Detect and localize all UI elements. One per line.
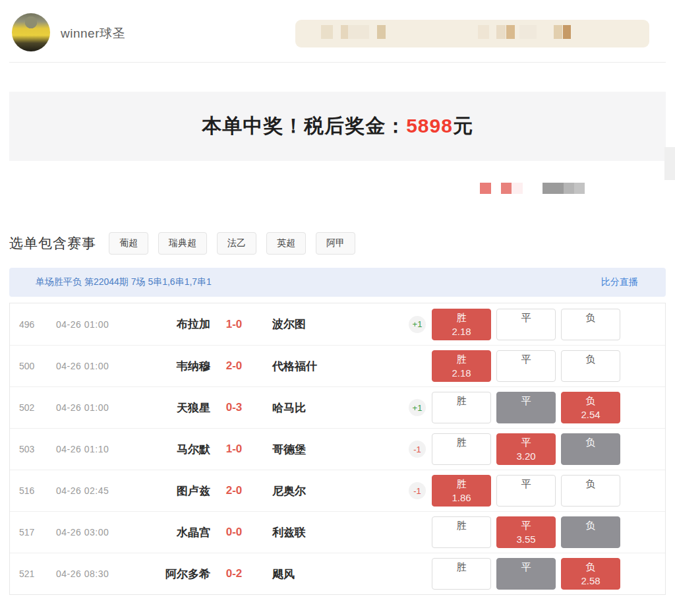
bet-option-label: 胜	[457, 353, 467, 366]
match-time: 04-26 01:00	[56, 319, 139, 330]
bet-info-text: 单场胜平负 第22044期 7场 5串1,6串1,7串1	[36, 276, 212, 288]
bet-option-draw[interactable]: 平3.20	[496, 433, 556, 465]
away-team: 利兹联	[258, 525, 403, 540]
bet-option-label: 胜	[457, 394, 467, 408]
bet-option-lose[interactable]: 负	[561, 433, 620, 465]
league-tag-ruidianchao[interactable]: 瑞典超	[158, 232, 207, 255]
bet-option-win[interactable]: 胜1.86	[432, 475, 491, 507]
table-row: 500 04-26 01:00 韦纳穆 2-0 代格福什 胜2.18 平 负	[10, 345, 665, 386]
bet-option-label: 负	[586, 311, 596, 324]
bet-option-odds: 2.18	[452, 367, 471, 379]
table-row: 496 04-26 01:00 布拉加 1-0 波尔图 +1 胜2.18 平 负	[10, 303, 665, 345]
home-team: 布拉加	[139, 317, 210, 332]
live-score-link[interactable]: 比分直播	[601, 276, 638, 288]
bet-option-label: 平	[521, 394, 531, 408]
home-team: 图卢兹	[139, 483, 210, 499]
match-time: 04-26 01:00	[56, 402, 139, 413]
match-score: 2-0	[210, 359, 258, 373]
handicap-badge: +1	[409, 316, 426, 333]
match-score: 0-2	[210, 567, 258, 580]
section-title: 选单包含赛事	[9, 234, 96, 253]
user-avatar[interactable]	[12, 13, 50, 51]
league-tag-yingchao[interactable]: 英超	[266, 232, 306, 255]
bet-option-lose[interactable]: 负	[561, 309, 620, 340]
winning-amount: 5898	[406, 115, 453, 137]
bet-option-draw[interactable]: 平	[496, 558, 556, 590]
bet-option-odds: 3.20	[516, 450, 535, 462]
redacted-gray-block	[564, 183, 574, 194]
match-score: 0-3	[210, 401, 258, 414]
match-id: 503	[10, 444, 56, 454]
winning-banner: 本单中奖！税后奖金：5898元	[9, 92, 666, 161]
bet-options: 胜2.18 平 负	[432, 350, 620, 382]
handicap-badge: -1	[409, 441, 426, 458]
table-row: 521 04-26 08:30 阿尔多希 0-2 飓风 胜 平 负2.58	[10, 553, 665, 594]
bet-slip-page: winner球圣 本单中奖！税后奖金：5898元 选单包含赛事 葡超 瑞典超 法…	[0, 0, 675, 616]
away-team: 尼奥尔	[258, 483, 403, 499]
redacted-gray-block	[543, 183, 564, 194]
match-id: 496	[10, 319, 56, 330]
bet-options: 胜1.86 平 负	[432, 475, 620, 507]
table-row: 502 04-26 01:00 天狼星 0-3 哈马比 +1 胜 平 负2.54	[10, 386, 665, 428]
match-table: 496 04-26 01:00 布拉加 1-0 波尔图 +1 胜2.18 平 负…	[9, 303, 666, 595]
away-team: 哈马比	[258, 400, 403, 416]
away-team: 代格福什	[258, 359, 403, 374]
match-id: 502	[10, 402, 56, 413]
bet-option-lose[interactable]: 负2.54	[561, 392, 620, 423]
league-tag-puchao[interactable]: 葡超	[109, 232, 148, 255]
bet-option-label: 胜	[457, 477, 467, 491]
bet-option-draw[interactable]: 平3.55	[496, 516, 556, 548]
page-header: winner球圣	[0, 0, 675, 62]
bet-option-odds: 2.18	[452, 325, 471, 338]
bet-option-win[interactable]: 胜	[432, 558, 491, 590]
home-team: 马尔默	[139, 442, 210, 457]
match-time: 04-26 02:45	[56, 485, 139, 496]
bet-option-draw[interactable]: 平	[496, 475, 556, 507]
bet-option-lose[interactable]: 负2.58	[561, 558, 620, 590]
bet-option-odds: 1.86	[452, 491, 471, 504]
section-header: 选单包含赛事 葡超 瑞典超 法乙 英超 阿甲	[9, 231, 666, 255]
header-divider	[9, 62, 666, 63]
bet-option-label: 平	[521, 519, 531, 532]
league-tag-ajia[interactable]: 阿甲	[316, 232, 355, 255]
away-team: 哥德堡	[258, 442, 403, 457]
match-id: 521	[10, 569, 56, 579]
bet-option-draw[interactable]: 平	[496, 392, 556, 423]
redacted-edge-strip	[664, 147, 675, 180]
bet-option-lose[interactable]: 负	[561, 475, 620, 507]
bet-option-label: 胜	[457, 436, 467, 449]
redacted-red-block	[480, 183, 491, 194]
bet-option-lose[interactable]: 负	[561, 350, 620, 382]
match-score: 1-0	[210, 318, 258, 331]
bet-option-label: 负	[586, 436, 596, 449]
table-row: 517 04-26 03:00 水晶宫 0-0 利兹联 胜 平3.55 负	[10, 511, 665, 553]
away-team: 飓风	[258, 567, 403, 582]
away-team: 波尔图	[258, 317, 403, 332]
bet-option-label: 胜	[457, 311, 467, 324]
bet-option-label: 平	[521, 353, 531, 366]
winning-text: 本单中奖！税后奖金：5898元	[202, 113, 473, 140]
bet-option-win[interactable]: 胜2.18	[432, 309, 491, 340]
bet-option-win[interactable]: 胜	[432, 392, 491, 423]
league-tag-fayi[interactable]: 法乙	[217, 232, 256, 255]
bet-option-win[interactable]: 胜	[432, 516, 491, 548]
bet-option-draw[interactable]: 平	[496, 309, 556, 340]
redacted-banner	[295, 20, 649, 47]
bet-option-label: 胜	[457, 519, 467, 532]
bet-option-win[interactable]: 胜2.18	[432, 350, 491, 382]
bet-option-draw[interactable]: 平	[496, 350, 556, 382]
winning-suffix: 元	[453, 115, 473, 137]
bet-option-lose[interactable]: 负	[561, 516, 620, 548]
bet-option-label: 负	[586, 519, 596, 532]
bet-option-label: 胜	[457, 561, 467, 574]
bet-option-label: 平	[521, 311, 531, 324]
bet-info-bar: 单场胜平负 第22044期 7场 5串1,6串1,7串1 比分直播	[9, 268, 666, 297]
match-id: 500	[10, 361, 56, 371]
username: winner球圣	[61, 25, 125, 42]
table-row: 516 04-26 02:45 图卢兹 2-0 尼奥尔 -1 胜1.86 平 负	[10, 470, 665, 511]
match-time: 04-26 01:10	[56, 444, 139, 454]
bet-option-label: 负	[586, 561, 596, 574]
redacted-pink-block	[512, 183, 523, 194]
bet-option-label: 负	[586, 477, 596, 491]
bet-option-win[interactable]: 胜	[432, 433, 491, 465]
